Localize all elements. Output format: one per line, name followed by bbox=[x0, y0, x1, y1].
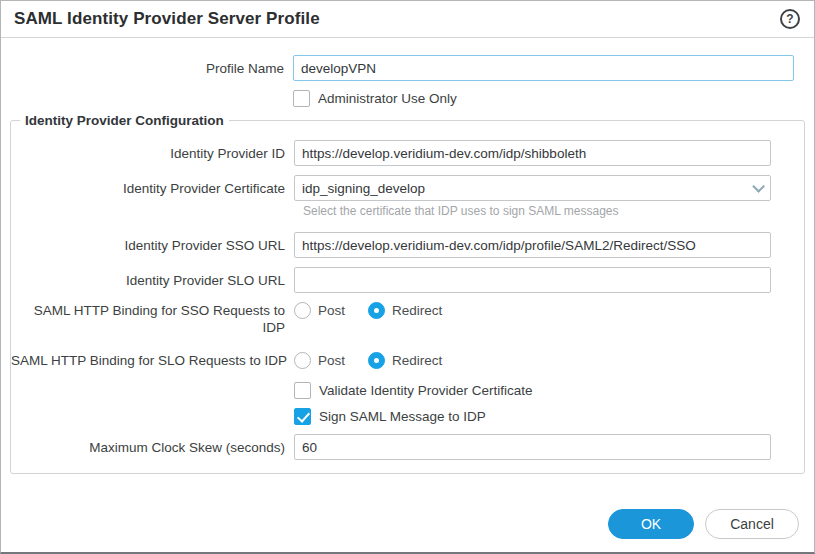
slo-binding-post-label: Post bbox=[318, 353, 345, 368]
sso-binding-label: SAML HTTP Binding for SSO Requests to ID… bbox=[11, 302, 294, 336]
dialog-title: SAML Identity Provider Server Profile bbox=[14, 9, 320, 29]
clock-skew-label: Maximum Clock Skew (seconds) bbox=[11, 439, 294, 456]
dialog-footer: OK Cancel bbox=[608, 509, 799, 539]
slo-binding-redirect-label: Redirect bbox=[392, 353, 442, 368]
admin-use-only-checkbox[interactable] bbox=[293, 90, 310, 107]
slo-binding-redirect-radio[interactable] bbox=[368, 352, 385, 369]
sso-binding-redirect-label: Redirect bbox=[392, 303, 442, 318]
slo-url-label: Identity Provider SLO URL bbox=[11, 272, 294, 289]
idp-certificate-row: Identity Provider Certificate idp_signin… bbox=[11, 175, 804, 201]
sign-saml-row: Sign SAML Message to IDP bbox=[11, 408, 804, 425]
slo-url-input[interactable] bbox=[294, 267, 771, 293]
sso-url-input[interactable] bbox=[294, 232, 771, 258]
admin-use-only-label: Administrator Use Only bbox=[318, 91, 457, 106]
admin-use-only-row: Administrator Use Only bbox=[1, 90, 814, 107]
sso-binding-post-label: Post bbox=[318, 303, 345, 318]
slo-binding-label: SAML HTTP Binding for SLO Requests to ID… bbox=[11, 352, 294, 369]
dialog-content: Profile Name Administrator Use Only Iden… bbox=[1, 38, 814, 474]
sso-url-label: Identity Provider SSO URL bbox=[11, 237, 294, 254]
clock-skew-input[interactable] bbox=[294, 434, 771, 460]
slo-binding-post-radio[interactable] bbox=[294, 352, 311, 369]
slo-binding-row: SAML HTTP Binding for SLO Requests to ID… bbox=[11, 352, 804, 369]
sign-saml-checkbox[interactable] bbox=[294, 408, 311, 425]
idp-id-row: Identity Provider ID bbox=[11, 140, 804, 166]
sso-binding-post-radio[interactable] bbox=[294, 302, 311, 319]
idp-id-label: Identity Provider ID bbox=[11, 145, 294, 162]
profile-name-row: Profile Name bbox=[1, 55, 814, 81]
saml-idp-server-profile-dialog: SAML Identity Provider Server Profile ? … bbox=[0, 0, 815, 554]
profile-name-label: Profile Name bbox=[1, 60, 293, 77]
validate-cert-checkbox[interactable] bbox=[294, 382, 311, 399]
ok-button[interactable]: OK bbox=[608, 509, 694, 539]
profile-name-input[interactable] bbox=[293, 55, 794, 81]
sso-binding-redirect-radio[interactable] bbox=[368, 302, 385, 319]
idp-id-input[interactable] bbox=[294, 140, 771, 166]
help-icon[interactable]: ? bbox=[780, 9, 800, 29]
validate-cert-label: Validate Identity Provider Certificate bbox=[319, 383, 533, 398]
sign-saml-label: Sign SAML Message to IDP bbox=[319, 409, 486, 424]
group-legend: Identity Provider Configuration bbox=[20, 113, 229, 128]
idp-certificate-label: Identity Provider Certificate bbox=[11, 180, 294, 197]
chevron-down-icon bbox=[752, 180, 765, 193]
sso-url-row: Identity Provider SSO URL bbox=[11, 232, 804, 258]
dialog-titlebar: SAML Identity Provider Server Profile ? bbox=[1, 1, 814, 38]
sso-binding-row: SAML HTTP Binding for SSO Requests to ID… bbox=[11, 302, 804, 336]
idp-certificate-dropdown[interactable]: idp_signing_develop bbox=[294, 175, 771, 201]
identity-provider-configuration-group: Identity Provider Configuration Identity… bbox=[10, 113, 805, 474]
idp-certificate-value: idp_signing_develop bbox=[302, 181, 425, 196]
validate-cert-row: Validate Identity Provider Certificate bbox=[11, 382, 804, 399]
clock-skew-row: Maximum Clock Skew (seconds) bbox=[11, 434, 804, 460]
idp-certificate-hint: Select the certificate that IDP uses to … bbox=[303, 204, 804, 218]
slo-url-row: Identity Provider SLO URL bbox=[11, 267, 804, 293]
cancel-button[interactable]: Cancel bbox=[705, 509, 799, 539]
